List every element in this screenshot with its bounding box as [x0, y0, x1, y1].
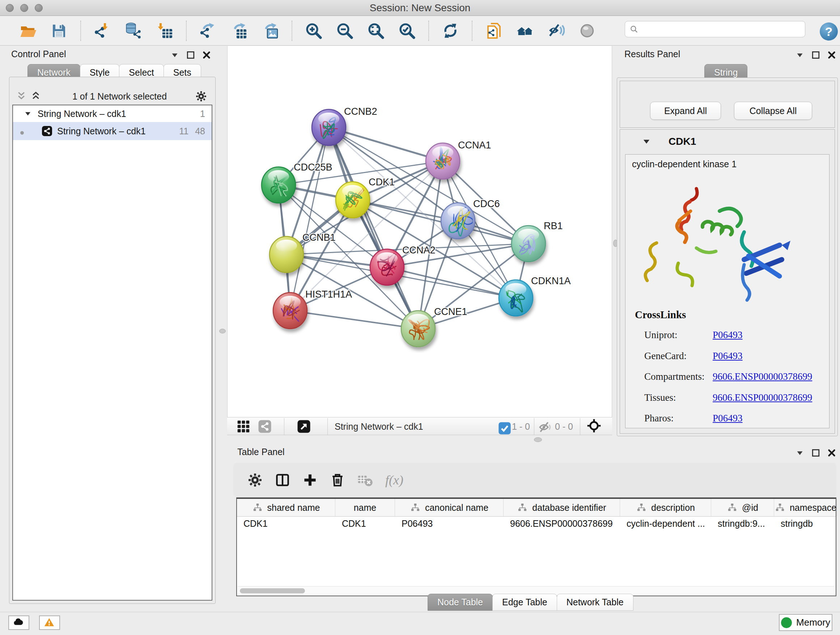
export-network-icon[interactable]	[196, 19, 219, 42]
triangle-down-icon[interactable]	[23, 109, 33, 119]
help-icon[interactable]: ?	[820, 22, 838, 41]
protein-node-cdkn1a[interactable]	[499, 280, 533, 316]
expand-all-button[interactable]: Expand All	[650, 102, 721, 120]
refresh-network-view-icon[interactable]	[439, 19, 462, 42]
crosslink-link[interactable]: P06493	[713, 350, 743, 362]
tab-node-table[interactable]: Node Table	[428, 594, 493, 611]
table-cell[interactable]: stringdb	[774, 516, 837, 530]
table-cell[interactable]: P06493	[395, 516, 504, 530]
column-header--id[interactable]: @id	[711, 499, 774, 516]
expand-all-icon[interactable]	[30, 90, 42, 103]
save-session-icon[interactable]	[47, 19, 71, 42]
gene-section-header[interactable]: CDK1	[620, 130, 835, 154]
column-header-canonical-name[interactable]: canonical name	[395, 499, 504, 516]
warnings-button[interactable]	[39, 616, 60, 630]
float-panel-icon[interactable]	[810, 50, 821, 60]
column-header-namespace[interactable]: namespace	[774, 499, 837, 516]
table-cell[interactable]: stringdb:9...	[711, 516, 774, 530]
selected-nodes-checkbox[interactable]	[497, 421, 508, 432]
protein-node-hist1h1a[interactable]	[273, 293, 307, 329]
birdseye-view-icon[interactable]	[297, 419, 311, 434]
column-header-database-identifier[interactable]: database identifier	[504, 499, 620, 516]
protein-node-ccne1[interactable]	[401, 310, 435, 347]
protein-node-cdk1[interactable]	[336, 182, 370, 218]
inactive-eye-icon[interactable]	[576, 19, 599, 42]
crosslink-link[interactable]: P06493	[713, 413, 743, 424]
panel-menu-icon[interactable]	[794, 50, 805, 60]
crosslink-label: Compartments:	[644, 371, 704, 382]
tab-edge-table[interactable]: Edge Table	[493, 594, 557, 611]
float-panel-icon[interactable]	[810, 448, 821, 458]
close-panel-icon[interactable]	[826, 50, 837, 60]
column-header-description[interactable]: description	[620, 499, 711, 516]
results-panel: Results Panel String Expand All Collapse…	[612, 46, 840, 444]
crosslink-link[interactable]: 9606.ENSP00000378699	[713, 371, 812, 382]
add-column-icon[interactable]	[302, 472, 318, 488]
protein-node-ccna1[interactable]	[426, 143, 460, 179]
import-network-from-file-icon[interactable]	[91, 19, 114, 42]
table-cell[interactable]: CDK1	[335, 516, 395, 530]
network-edge[interactable]	[290, 310, 418, 329]
left-splitter-handle[interactable]	[219, 329, 226, 333]
open-session-icon[interactable]	[16, 19, 39, 42]
string-network-graph[interactable]: CCNB2CCNA1CDC25BCDK1CDC6RB1CCNB1CCNA2CDK…	[227, 46, 613, 417]
import-table-from-file-icon[interactable]	[153, 19, 176, 42]
toolbar-separator	[292, 21, 292, 41]
collapse-section-icon[interactable]	[641, 136, 652, 147]
protein-node-cdc6[interactable]	[441, 203, 475, 239]
protein-node-rb1[interactable]	[512, 226, 546, 262]
panel-menu-icon[interactable]	[794, 448, 805, 458]
column-header-name[interactable]: name	[335, 499, 395, 516]
share-document-icon[interactable]	[482, 19, 505, 42]
network-edge[interactable]	[329, 127, 443, 161]
show-grid-icon[interactable]	[236, 419, 251, 434]
network-overview-windows-icon[interactable]	[513, 19, 537, 42]
crosslink-link[interactable]: P06493	[713, 329, 743, 340]
close-panel-icon[interactable]	[826, 448, 837, 458]
table-cell[interactable]: 9606.ENSP00000378699	[504, 516, 620, 530]
zoom-selected-region-icon[interactable]	[395, 19, 418, 42]
protein-node-ccna2[interactable]	[370, 249, 404, 285]
hidden-elements-icon[interactable]	[538, 420, 551, 433]
protein-node-cdc25b[interactable]	[262, 167, 295, 203]
export-image-icon[interactable]	[259, 19, 282, 42]
protein-node-ccnb2[interactable]	[312, 109, 346, 146]
gene-details: cyclin-dependent kinase 1	[625, 154, 829, 428]
table-cell[interactable]: cyclin-dependent ...	[620, 516, 711, 530]
zoom-in-icon[interactable]	[302, 19, 325, 42]
collapse-all-button[interactable]: Collapse All	[734, 102, 812, 120]
delete-column-icon[interactable]	[330, 472, 346, 488]
table-row[interactable]: CDK1CDK1P064939606.ENSP00000378699cyclin…	[237, 516, 836, 530]
zoom-out-icon[interactable]	[333, 19, 356, 42]
search-input[interactable]	[635, 21, 805, 37]
tab-network-table[interactable]: Network Table	[557, 594, 633, 611]
network-collection-row[interactable]: String Network – cdk1 1	[13, 105, 212, 122]
fit-selected-icon[interactable]	[587, 418, 603, 434]
collapse-all-icon[interactable]	[15, 90, 27, 103]
scrollbar-thumb[interactable]	[240, 588, 305, 593]
cloud-icon	[13, 616, 25, 629]
node-label: CDKN1A	[531, 276, 571, 287]
float-panel-icon[interactable]	[185, 50, 196, 60]
horizontal-splitter-handle[interactable]	[534, 437, 542, 442]
control-panel: Control Panel NetworkStyleSelectSets 1 o…	[4, 46, 218, 605]
cloud-button[interactable]	[8, 616, 29, 630]
panel-menu-icon[interactable]	[169, 50, 180, 60]
protein-node-ccnb1[interactable]	[270, 236, 303, 272]
table-settings-icon[interactable]	[247, 472, 263, 488]
memory-button[interactable]: Memory	[779, 614, 832, 631]
network-canvas[interactable]: CCNB2CCNA1CDC25BCDK1CDC6RB1CCNB1CCNA2CDK…	[227, 46, 612, 417]
network-share-icon[interactable]	[257, 419, 272, 434]
crosslink-link[interactable]: 9606.ENSP00000378699	[713, 392, 812, 403]
close-panel-icon[interactable]	[201, 50, 212, 60]
table-cell[interactable]: CDK1	[237, 516, 335, 530]
show-columns-icon[interactable]	[275, 472, 291, 488]
status-dot-icon	[19, 128, 25, 134]
import-network-from-database-icon[interactable]	[122, 19, 145, 42]
column-header-shared-name[interactable]: shared name	[237, 499, 335, 516]
export-table-icon[interactable]	[227, 19, 251, 42]
hide-selected-eye-icon[interactable]	[545, 19, 568, 42]
zoom-fit-content-icon[interactable]	[364, 19, 387, 42]
gear-icon[interactable]	[195, 90, 207, 103]
network-row[interactable]: String Network – cdk1 11 48	[13, 122, 212, 140]
